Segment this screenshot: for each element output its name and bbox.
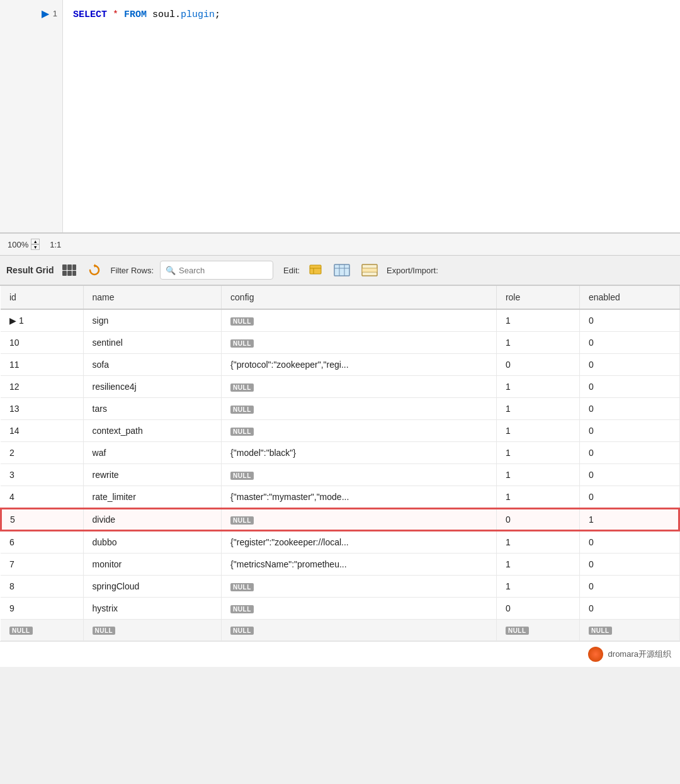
cell-role: 0 bbox=[496, 598, 579, 620]
watermark-text: dromara开源组织 bbox=[608, 649, 671, 660]
cell-role: 1 bbox=[496, 576, 579, 598]
cell-id: 10 bbox=[1, 332, 83, 354]
cell-name: tars bbox=[83, 398, 222, 420]
table-row[interactable]: 2 waf {"model":"black"} 1 0 bbox=[1, 442, 679, 464]
cell-id: 12 bbox=[1, 376, 83, 398]
null-badge: NULL bbox=[230, 472, 254, 480]
table-row[interactable]: 13 tars NULL 1 0 bbox=[1, 398, 679, 420]
cell-role: 0 bbox=[496, 508, 579, 531]
zoom-down-btn[interactable]: ▼ bbox=[31, 244, 40, 250]
cell-id: 14 bbox=[1, 420, 83, 442]
line-num-1: 1 bbox=[53, 9, 57, 18]
cell-config: NULL bbox=[222, 398, 497, 420]
search-icon: 🔍 bbox=[166, 266, 176, 275]
cell-enabled: 0 bbox=[579, 554, 679, 576]
edit-table-button[interactable] bbox=[331, 263, 353, 278]
null-badge: NULL bbox=[230, 605, 254, 613]
cell-role: 1 bbox=[496, 554, 579, 576]
null-badge: NULL bbox=[589, 627, 612, 635]
export-label: Export/Import: bbox=[387, 266, 438, 275]
table-row[interactable]: 4 rate_limiter {"master":"mymaster","mod… bbox=[1, 486, 679, 509]
cursor-position: 1:1 bbox=[50, 240, 61, 249]
table-row[interactable]: ▶ 1 sign NULL 1 0 bbox=[1, 309, 679, 332]
cell-id: 3 bbox=[1, 464, 83, 486]
refresh-button[interactable] bbox=[85, 262, 104, 278]
cell-config: {"master":"mymaster","mode... bbox=[222, 486, 497, 509]
line-numbers: ▶ 1 bbox=[0, 0, 63, 232]
svg-rect-1 bbox=[310, 265, 321, 274]
sql-table: plugin bbox=[181, 9, 215, 20]
cell-name: hystrix bbox=[83, 598, 222, 620]
search-input[interactable] bbox=[179, 266, 268, 275]
sql-star: * bbox=[113, 9, 124, 20]
table-row[interactable]: 6 dubbo {"register":"zookeeper://local..… bbox=[1, 531, 679, 554]
cell-role: 1 bbox=[496, 420, 579, 442]
cell-enabled: 0 bbox=[579, 531, 679, 554]
null-badge: NULL bbox=[9, 627, 33, 635]
table-row[interactable]: 14 context_path NULL 1 0 bbox=[1, 420, 679, 442]
cell-name: rewrite bbox=[83, 464, 222, 486]
cell-role: 1 bbox=[496, 442, 579, 464]
cell-id: 7 bbox=[1, 554, 83, 576]
edit-pencil-button[interactable] bbox=[306, 263, 325, 278]
result-grid-label: Result Grid bbox=[6, 265, 54, 275]
cell-name: waf bbox=[83, 442, 222, 464]
sql-select-keyword: SELECT bbox=[73, 9, 107, 20]
cell-name: resilience4j bbox=[83, 376, 222, 398]
cell-enabled: 0 bbox=[579, 486, 679, 509]
sql-semicolon: ; bbox=[215, 9, 220, 20]
table-row[interactable]: 5 divide NULL 0 1 bbox=[1, 508, 679, 531]
zoom-arrows[interactable]: ▲ ▼ bbox=[31, 239, 40, 250]
table-row[interactable]: 9 hystrix NULL 0 0 bbox=[1, 598, 679, 620]
search-box[interactable]: 🔍 bbox=[160, 261, 273, 280]
cell-id: 8 bbox=[1, 576, 83, 598]
cell-enabled: 0 bbox=[579, 420, 679, 442]
cell-role: 1 bbox=[496, 332, 579, 354]
cell-config: NULL bbox=[222, 576, 497, 598]
null-badge: NULL bbox=[93, 627, 116, 635]
filter-rows-label: Filter Rows: bbox=[110, 266, 154, 275]
cell-role: 1 bbox=[496, 398, 579, 420]
edit-row-button[interactable] bbox=[359, 263, 380, 278]
sql-query-content[interactable]: SELECT * FROM soul.plugin; bbox=[63, 0, 680, 232]
cell-config: NULL bbox=[222, 420, 497, 442]
cell-enabled: 0 bbox=[579, 309, 679, 332]
table-row[interactable]: 11 sofa {"protocol":"zookeeper","regi...… bbox=[1, 354, 679, 376]
col-header-enabled: enabled bbox=[579, 286, 679, 309]
line-number-1: ▶ 1 bbox=[42, 8, 57, 20]
footer-cell: NULL bbox=[222, 620, 497, 641]
refresh-icon bbox=[88, 263, 101, 277]
result-table: id name config role enabled ▶ 1 sign NUL… bbox=[0, 286, 680, 641]
cell-name: context_path bbox=[83, 420, 222, 442]
cell-role: 1 bbox=[496, 376, 579, 398]
table-row[interactable]: 8 springCloud NULL 1 0 bbox=[1, 576, 679, 598]
cell-name: monitor bbox=[83, 554, 222, 576]
grid-view-button[interactable] bbox=[60, 263, 79, 277]
cell-id: 11 bbox=[1, 354, 83, 376]
cell-id: 4 bbox=[1, 486, 83, 509]
footer-cell: NULL bbox=[579, 620, 679, 641]
cell-role: 1 bbox=[496, 309, 579, 332]
cell-name: sentinel bbox=[83, 332, 222, 354]
zoom-bar: 100% ▲ ▼ 1:1 bbox=[0, 233, 680, 256]
data-table-wrapper: id name config role enabled ▶ 1 sign NUL… bbox=[0, 286, 680, 641]
zoom-up-btn[interactable]: ▲ bbox=[31, 239, 40, 244]
table-row[interactable]: 12 resilience4j NULL 1 0 bbox=[1, 376, 679, 398]
cell-name: divide bbox=[83, 508, 222, 531]
cell-enabled: 0 bbox=[579, 398, 679, 420]
null-badge: NULL bbox=[230, 583, 254, 591]
null-badge: NULL bbox=[230, 317, 254, 326]
line-arrow: ▶ bbox=[42, 8, 49, 20]
cell-enabled: 0 bbox=[579, 332, 679, 354]
cell-id: 6 bbox=[1, 531, 83, 554]
cell-config: {"model":"black"} bbox=[222, 442, 497, 464]
grid-icon bbox=[62, 264, 76, 276]
table-header-row: id name config role enabled bbox=[1, 286, 679, 309]
watermark-bar: dromara开源组织 bbox=[0, 641, 680, 667]
table-row[interactable]: 3 rewrite NULL 1 0 bbox=[1, 464, 679, 486]
cell-config: NULL bbox=[222, 464, 497, 486]
cell-config: NULL bbox=[222, 598, 497, 620]
table-row[interactable]: 7 monitor {"metricsName":"prometheu... 1… bbox=[1, 554, 679, 576]
cell-role: 1 bbox=[496, 531, 579, 554]
table-row[interactable]: 10 sentinel NULL 1 0 bbox=[1, 332, 679, 354]
